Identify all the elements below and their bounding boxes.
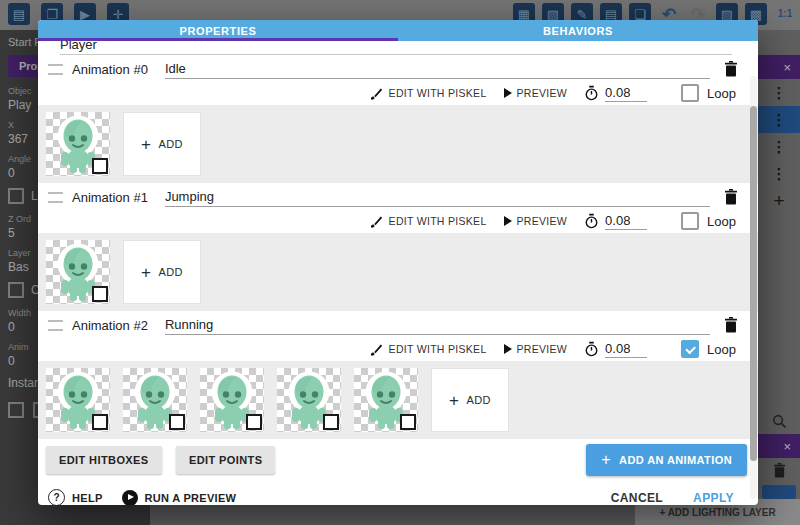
preview-play-icon bbox=[504, 344, 512, 354]
delete-animation-button[interactable] bbox=[724, 61, 738, 77]
edit-with-piskel-button[interactable]: EDIT WITH PISKEL bbox=[389, 87, 487, 99]
frames-strip: + ADD bbox=[38, 233, 758, 311]
animation-frame[interactable] bbox=[277, 368, 341, 432]
animation-tools-row: EDIT WITH PISKEL PREVIEW 0.08 Loop bbox=[38, 339, 758, 361]
frame-select-checkbox[interactable] bbox=[92, 158, 108, 174]
stopwatch-icon bbox=[584, 85, 599, 101]
scrollbar-thumb[interactable] bbox=[750, 106, 757, 461]
object-name-value: Player bbox=[60, 41, 97, 52]
animation-name-input[interactable]: Running bbox=[165, 315, 710, 335]
animation-section: Animation #1 Jumping EDIT WITH PISKEL PR… bbox=[38, 183, 758, 311]
preview-button[interactable]: PREVIEW bbox=[517, 215, 568, 227]
edit-hitboxes-button[interactable]: EDIT HITBOXES bbox=[46, 446, 162, 474]
cancel-button[interactable]: CANCEL bbox=[611, 491, 663, 505]
run-preview-button[interactable]: RUN A PREVIEW bbox=[122, 490, 237, 506]
animation-frame[interactable] bbox=[46, 368, 110, 432]
play-circle-icon bbox=[122, 490, 138, 506]
object-name-field[interactable]: Player bbox=[60, 41, 732, 55]
trash-icon bbox=[724, 61, 738, 77]
dialog-footer: ? HELP RUN A PREVIEW CANCEL APPLY bbox=[38, 476, 758, 505]
animation-index-label: Animation #1 bbox=[72, 190, 148, 205]
animation-name-input[interactable]: Idle bbox=[165, 59, 710, 79]
add-animation-button[interactable]: + ADD AN ANIMATION bbox=[586, 444, 747, 476]
add-frame-button[interactable]: + ADD bbox=[123, 240, 201, 304]
frame-select-checkbox[interactable] bbox=[323, 414, 339, 430]
loop-label: Loop bbox=[707, 214, 736, 229]
delete-animation-button[interactable] bbox=[724, 317, 738, 333]
animations-list: Animation #0 Idle EDIT WITH PISKEL PREVI… bbox=[38, 55, 758, 439]
trash-icon bbox=[724, 189, 738, 205]
stopwatch-icon bbox=[584, 341, 599, 357]
animation-frame[interactable] bbox=[46, 240, 110, 304]
animation-header: Animation #2 Running bbox=[38, 311, 758, 339]
animation-frame[interactable] bbox=[46, 112, 110, 176]
dialog-tabbar: PROPERTIES BEHAVIORS bbox=[38, 20, 758, 41]
animation-frame[interactable] bbox=[200, 368, 264, 432]
preview-play-icon bbox=[504, 88, 512, 98]
drag-handle-icon[interactable] bbox=[48, 320, 63, 331]
drag-handle-icon[interactable] bbox=[48, 192, 63, 203]
frames-strip: + ADD bbox=[38, 361, 758, 439]
frame-select-checkbox[interactable] bbox=[92, 414, 108, 430]
brush-icon bbox=[369, 86, 384, 101]
frame-select-checkbox[interactable] bbox=[92, 286, 108, 302]
loop-checkbox[interactable] bbox=[681, 212, 699, 230]
plus-icon: + bbox=[601, 452, 611, 468]
stopwatch-icon bbox=[584, 213, 599, 229]
plus-icon: + bbox=[141, 136, 151, 153]
animation-index-label: Animation #0 bbox=[72, 62, 148, 77]
actions-row: EDIT HITBOXES EDIT POINTS + ADD AN ANIMA… bbox=[38, 439, 758, 476]
add-frame-button[interactable]: + ADD bbox=[431, 368, 509, 432]
tab-behaviors[interactable]: BEHAVIORS bbox=[398, 20, 758, 41]
animation-section: Animation #0 Idle EDIT WITH PISKEL PREVI… bbox=[38, 55, 758, 183]
loop-label: Loop bbox=[707, 342, 736, 357]
time-between-frames-input[interactable]: 0.08 bbox=[605, 85, 647, 102]
animation-index-label: Animation #2 bbox=[72, 318, 148, 333]
time-between-frames-input[interactable]: 0.08 bbox=[605, 213, 647, 230]
add-frame-button[interactable]: + ADD bbox=[123, 112, 201, 176]
preview-button[interactable]: PREVIEW bbox=[517, 87, 568, 99]
frames-strip: + ADD bbox=[38, 105, 758, 183]
time-between-frames-input[interactable]: 0.08 bbox=[605, 341, 647, 358]
plus-icon: + bbox=[141, 264, 151, 281]
animation-tools-row: EDIT WITH PISKEL PREVIEW 0.08 Loop bbox=[38, 211, 758, 233]
preview-play-icon bbox=[504, 216, 512, 226]
edit-with-piskel-button[interactable]: EDIT WITH PISKEL bbox=[389, 343, 487, 355]
dialog-scrollbar[interactable] bbox=[750, 76, 757, 499]
object-editor-dialog: PROPERTIES BEHAVIORS Player Animation #0… bbox=[38, 20, 758, 505]
dialog-content: Player Animation #0 Idle EDIT WITH PISKE… bbox=[38, 41, 758, 505]
plus-icon: + bbox=[449, 392, 459, 409]
animation-section: Animation #2 Running EDIT WITH PISKEL PR… bbox=[38, 311, 758, 439]
animation-tools-row: EDIT WITH PISKEL PREVIEW 0.08 Loop bbox=[38, 83, 758, 105]
animation-name-input[interactable]: Jumping bbox=[165, 187, 710, 207]
frame-select-checkbox[interactable] bbox=[400, 414, 416, 430]
apply-button[interactable]: APPLY bbox=[693, 491, 734, 505]
brush-icon bbox=[369, 342, 384, 357]
preview-button[interactable]: PREVIEW bbox=[517, 343, 568, 355]
animation-frame[interactable] bbox=[123, 368, 187, 432]
brush-icon bbox=[369, 214, 384, 229]
animation-header: Animation #0 Idle bbox=[38, 55, 758, 83]
loop-checkbox[interactable] bbox=[681, 340, 699, 358]
loop-checkbox[interactable] bbox=[681, 84, 699, 102]
frame-select-checkbox[interactable] bbox=[169, 414, 185, 430]
delete-animation-button[interactable] bbox=[724, 189, 738, 205]
drag-handle-icon[interactable] bbox=[48, 64, 63, 75]
loop-label: Loop bbox=[707, 86, 736, 101]
help-icon: ? bbox=[48, 489, 65, 505]
edit-with-piskel-button[interactable]: EDIT WITH PISKEL bbox=[389, 215, 487, 227]
help-button[interactable]: ? HELP bbox=[48, 489, 103, 505]
edit-points-button[interactable]: EDIT POINTS bbox=[176, 446, 275, 474]
animation-header: Animation #1 Jumping bbox=[38, 183, 758, 211]
frame-select-checkbox[interactable] bbox=[246, 414, 262, 430]
trash-icon bbox=[724, 317, 738, 333]
animation-frame[interactable] bbox=[354, 368, 418, 432]
